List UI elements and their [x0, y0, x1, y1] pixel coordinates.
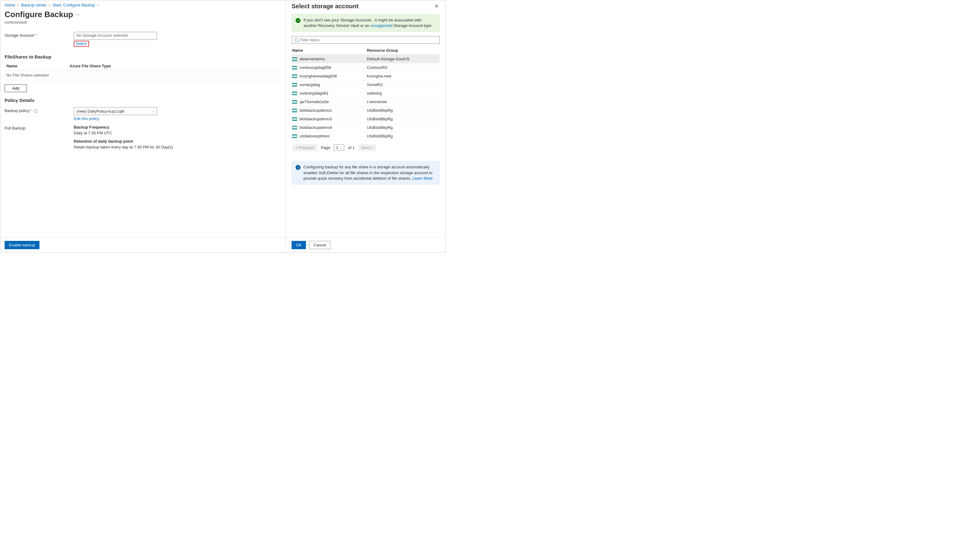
sa-row-rg: t-iwrinshow: [367, 100, 439, 104]
sa-row-name: soniargdiag: [299, 82, 320, 87]
page-title: Configure Backup: [5, 10, 73, 19]
more-icon[interactable]: ···: [76, 12, 80, 18]
backup-policy-dropdown[interactable]: (new) DailyPolicy-kup11qkl ⌵: [74, 107, 157, 115]
previous-page-button[interactable]: < Previous: [292, 144, 317, 151]
sa-row-rg: swtestrg: [367, 91, 439, 95]
retention-text: Retain backup taken every day at 7:30 PM…: [74, 144, 281, 150]
edit-policy-link[interactable]: Edit this policy: [74, 116, 99, 121]
sa-row-name: abserverdemo: [299, 57, 325, 61]
storage-account-input[interactable]: No Storage Account selected: [74, 32, 157, 40]
breadcrumb-configure-backup[interactable]: Start: Configure Backup: [52, 3, 95, 7]
cancel-button[interactable]: Cancel: [309, 241, 330, 249]
backup-frequency-text: Daily at 7:30 PM UTC: [74, 130, 281, 136]
storage-account-icon: [292, 92, 297, 95]
full-backup-label: Full Backup: [5, 125, 74, 130]
panel-title: Select storage account: [291, 3, 358, 10]
sa-row-rg: kosingha-new: [367, 74, 439, 78]
storage-account-icon: [292, 109, 297, 112]
fileshares-col-type: Azure File Share Type: [69, 64, 280, 68]
backup-frequency-title: Backup Frequency: [74, 125, 281, 130]
sa-row-name: blobbackupdemo4: [299, 125, 332, 130]
sa-row[interactable]: blobbackupdemo3UtsBlobBkpRg: [291, 115, 440, 123]
chevron-right-icon: ›: [49, 3, 50, 7]
sa-row[interactable]: swtestrgdiag481swtestrg: [291, 89, 440, 98]
filter-input-wrapper[interactable]: [291, 36, 440, 44]
storage-account-icon: [292, 100, 297, 104]
sa-row[interactable]: utsfailoverpitrtestUtsBlobBkpRg: [291, 132, 440, 141]
sa-row[interactable]: blobbackupdemo1UtsBlobBkpRg: [291, 106, 440, 115]
filter-input[interactable]: [300, 38, 437, 42]
info-banner-blue: i Configuring backup for any file share …: [291, 161, 440, 185]
sa-row-name: utsfailoverpitrtest: [299, 134, 329, 138]
enable-backup-button[interactable]: Enable backup: [5, 241, 39, 249]
storage-account-icon: [292, 66, 297, 69]
retention-title: Retention of daily backup point: [74, 139, 281, 144]
select-storage-account-link[interactable]: Select: [74, 41, 89, 47]
sa-row[interactable]: kosinghanewdiag636kosingha-new: [291, 72, 440, 80]
page-subtitle: contosovault: [0, 19, 286, 30]
page-of: of 1: [348, 145, 355, 150]
sa-row-name: swtestrgdiag481: [299, 91, 329, 95]
check-icon: ✓: [296, 18, 301, 23]
sa-row-name: qa73omwib2a3e: [299, 100, 329, 104]
sa-row-name: blobbackupdemo1: [299, 108, 332, 113]
page-label: Page: [321, 145, 330, 150]
sa-row-name: contosorgdiag556: [299, 65, 331, 70]
sa-row-rg: UtsBlobBkpRg: [367, 108, 439, 113]
chevron-right-icon: ›: [97, 3, 98, 7]
sa-col-name: Name: [292, 48, 367, 53]
fileshares-heading: FileShares to Backup: [5, 49, 281, 62]
storage-account-icon: [292, 74, 297, 78]
sa-row-rg: SoniaRG: [367, 82, 439, 87]
sa-row[interactable]: soniargdiagSoniaRG: [291, 80, 440, 89]
page-select[interactable]: 1 ⌵: [334, 144, 344, 151]
chevron-right-icon: ›: [18, 3, 19, 7]
chevron-down-icon: ⌵: [152, 109, 154, 113]
sa-row[interactable]: blobbackupdemo4UtsBlobBkpRg: [291, 123, 440, 132]
chevron-down-icon: ⌵: [340, 146, 342, 150]
next-page-button[interactable]: Next >: [358, 144, 376, 151]
learn-more-link[interactable]: Learn More: [412, 176, 433, 181]
add-fileshare-button[interactable]: Add: [5, 84, 27, 92]
storage-account-icon: [292, 117, 297, 121]
search-icon: [294, 38, 298, 42]
storage-account-icon: [292, 83, 297, 87]
info-banner-green: ✓ If you don't see your Storage Accounts…: [291, 14, 440, 32]
sa-row-rg: UtsBlobBkpRg: [367, 134, 439, 138]
sa-row-rg: UtsBlobBkpRg: [367, 117, 439, 121]
breadcrumb-home[interactable]: Home: [5, 3, 15, 7]
sa-row-name: blobbackupdemo3: [299, 117, 332, 121]
info-icon[interactable]: i: [34, 109, 38, 113]
close-icon[interactable]: ✕: [433, 3, 440, 10]
sa-row[interactable]: abserverdemoDefault-Storage-EastUS: [291, 55, 440, 63]
sa-row-rg: Default-Storage-EastUS: [367, 57, 439, 61]
backup-policy-label: Backup policy* i: [5, 107, 74, 113]
sa-row[interactable]: contosorgdiag556ContosoRG: [291, 63, 440, 72]
sa-row[interactable]: qa73omwib2a3et-iwrinshow: [291, 98, 440, 106]
fileshares-col-name: Name: [7, 64, 69, 68]
sa-row-name: kosinghanewdiag636: [299, 74, 337, 78]
storage-account-icon: [292, 126, 297, 130]
sa-row-rg: ContosoRG: [367, 65, 439, 70]
breadcrumb: Home › Backup center › Start: Configure …: [0, 0, 286, 8]
fileshares-empty-row: No File Shares selected: [5, 71, 281, 80]
storage-account-icon: [292, 135, 297, 138]
breadcrumb-backup-center[interactable]: Backup center: [21, 3, 46, 7]
storage-account-label: Storage Account*: [5, 32, 74, 38]
sa-col-rg: Resource Group: [367, 48, 439, 53]
unsupported-link[interactable]: unsupported: [371, 23, 393, 28]
ok-button[interactable]: OK: [291, 241, 306, 249]
storage-account-icon: [292, 57, 297, 61]
policy-details-heading: Policy Details: [5, 92, 281, 105]
info-icon: i: [296, 165, 301, 170]
sa-row-rg: UtsBlobBkpRg: [367, 125, 439, 130]
